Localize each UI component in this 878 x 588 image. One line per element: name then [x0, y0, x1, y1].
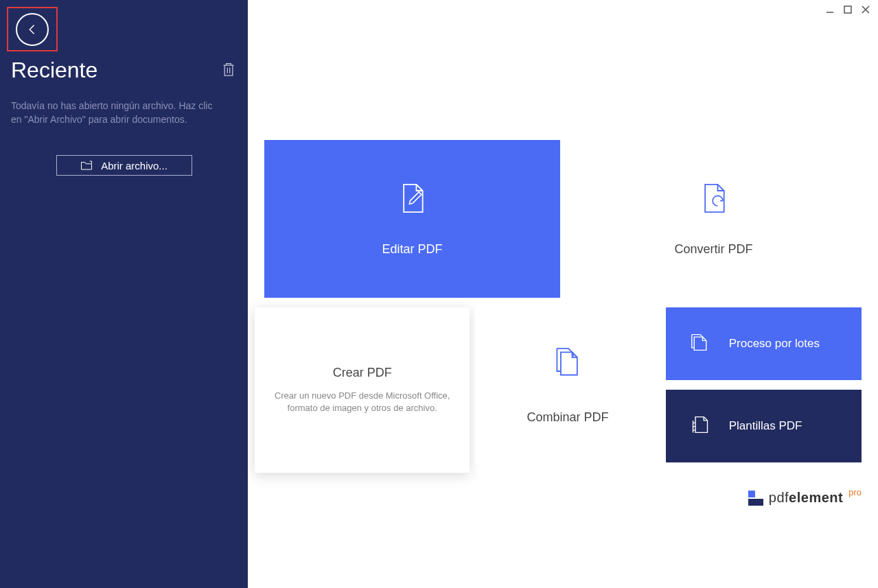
- tile-row-1: Editar PDF Convertir PDF: [264, 140, 862, 298]
- convert-pdf-icon: [699, 182, 729, 217]
- edit-pdf-tile[interactable]: Editar PDF: [264, 140, 560, 298]
- close-button[interactable]: [860, 4, 871, 15]
- brand-name-light: pdf: [769, 490, 789, 505]
- maximize-icon: [843, 5, 853, 14]
- chevron-left-icon: [26, 23, 38, 36]
- recent-empty-message: Todavía no has abierto ningún archivo. H…: [11, 99, 237, 126]
- templates-pdf-tile[interactable]: Plantillas PDF: [666, 390, 862, 462]
- main-area: Editar PDF Convertir PDF Crear PDF Crear…: [248, 0, 878, 588]
- close-icon: [861, 5, 870, 14]
- edit-pdf-icon: [397, 182, 428, 217]
- svg-rect-0: [844, 6, 851, 13]
- batch-process-label: Proceso por lotes: [729, 337, 820, 351]
- trash-icon: [222, 62, 235, 77]
- convert-pdf-tile[interactable]: Convertir PDF: [566, 140, 862, 298]
- recent-header: Reciente: [11, 58, 237, 83]
- create-pdf-description: Crear un nuevo PDF desde Microsoft Offic…: [274, 390, 450, 414]
- templates-pdf-label: Plantillas PDF: [729, 419, 802, 433]
- minimize-icon: [825, 5, 835, 14]
- open-file-label: Abrir archivo...: [101, 160, 167, 172]
- brand-logo-icon: [748, 491, 763, 506]
- convert-pdf-label: Convertir PDF: [674, 242, 752, 257]
- back-button-highlight: [7, 7, 58, 51]
- folder-open-icon: [80, 160, 93, 171]
- maximize-button[interactable]: [842, 4, 853, 15]
- app-root: Reciente Todavía no has abierto ningún a…: [0, 0, 878, 588]
- templates-pdf-icon: [691, 414, 710, 438]
- combine-pdf-icon: [552, 346, 584, 383]
- brand-pro-badge: pro: [848, 487, 862, 497]
- batch-process-tile[interactable]: Proceso por lotes: [666, 307, 862, 380]
- brand-name-bold: element: [789, 490, 843, 505]
- window-controls: [824, 4, 871, 15]
- brand-name: pdfelement: [769, 490, 843, 506]
- sidebar: Reciente Todavía no has abierto ningún a…: [0, 0, 248, 588]
- recent-title: Reciente: [11, 58, 97, 83]
- combine-pdf-label: Combinar PDF: [527, 410, 609, 425]
- tile-grid: Editar PDF Convertir PDF Crear PDF Crear…: [264, 140, 862, 473]
- create-pdf-tile[interactable]: Crear PDF Crear un nuevo PDF desde Micro…: [255, 307, 470, 473]
- create-pdf-label: Crear PDF: [333, 366, 392, 380]
- brand-footer: pdfelement pro: [748, 490, 862, 506]
- tile-column-right: Proceso por lotes Plantillas PDF: [666, 307, 862, 462]
- open-file-button[interactable]: Abrir archivo...: [56, 155, 192, 176]
- minimize-button[interactable]: [824, 4, 835, 15]
- batch-process-icon: [691, 332, 710, 355]
- back-button[interactable]: [16, 13, 49, 46]
- edit-pdf-label: Editar PDF: [382, 242, 442, 257]
- clear-recent-button[interactable]: [222, 62, 235, 80]
- tile-row-2: Crear PDF Crear un nuevo PDF desde Micro…: [264, 307, 862, 473]
- combine-pdf-tile[interactable]: Combinar PDF: [475, 307, 660, 463]
